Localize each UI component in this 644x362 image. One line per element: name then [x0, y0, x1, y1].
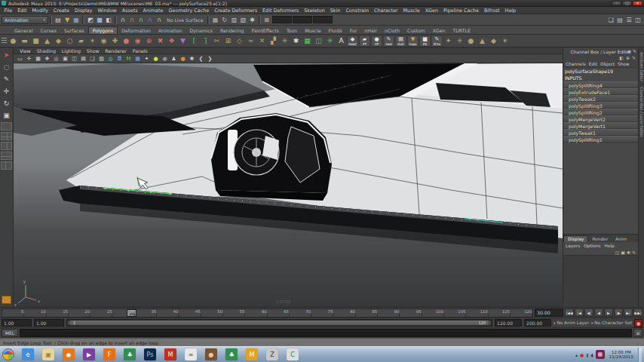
- range-handle-left[interactable]: [68, 321, 70, 325]
- script-editor-icon[interactable]: ≡: [633, 329, 642, 337]
- playback-button[interactable]: |◀◀: [565, 308, 574, 317]
- shelf-button[interactable]: ▼: [177, 35, 189, 47]
- shelf-tab[interactable]: nCloth: [381, 27, 403, 34]
- tab-render[interactable]: Render: [588, 236, 612, 242]
- shelf-button[interactable]: ✂: [211, 35, 222, 47]
- history-node-row[interactable]: polySplitRing3: [563, 102, 638, 109]
- tab-anim[interactable]: Anim: [612, 236, 630, 242]
- shelf-tab[interactable]: Surfaces: [60, 27, 88, 34]
- panel-menu-item[interactable]: Shading: [34, 48, 59, 54]
- taskbar-app-icon[interactable]: ●: [205, 348, 217, 360]
- shelf-button[interactable]: ● CP: [371, 35, 382, 47]
- render-icon[interactable]: ▥: [230, 15, 239, 24]
- panel-toolbar-icon[interactable]: ❯: [206, 54, 214, 63]
- toolbox-orange-button[interactable]: [2, 296, 11, 304]
- time-slider[interactable]: 30 5101520253035404550556065707580859095…: [2, 308, 533, 318]
- menu-item[interactable]: File: [2, 8, 15, 14]
- taskbar-app-icon[interactable]: C: [287, 348, 299, 360]
- snap-icon[interactable]: ∩: [118, 15, 127, 24]
- minimize-button[interactable]: ‒: [612, 1, 621, 6]
- menu-item[interactable]: Create: [51, 8, 72, 14]
- shelf-button[interactable]: ≈: [245, 35, 256, 47]
- channel-speed-icon[interactable]: ⊕: [626, 55, 630, 61]
- menu-item[interactable]: Create Deformers: [212, 8, 260, 14]
- render-icon[interactable]: ✱: [248, 15, 257, 24]
- panel-toolbar-icon[interactable]: ❖: [43, 54, 51, 63]
- menu-item[interactable]: Animate: [140, 8, 166, 14]
- playback-button[interactable]: ◀: [594, 308, 603, 317]
- menu-item[interactable]: Modify: [29, 8, 51, 14]
- shelf-tab[interactable]: Curves: [36, 27, 60, 34]
- shelf-button[interactable]: ○: [64, 35, 75, 47]
- history-node-row[interactable]: polySplitRing1: [563, 136, 638, 143]
- shelf-button[interactable]: ◉: [98, 35, 109, 47]
- layer-editor-menu-item[interactable]: Help: [604, 244, 615, 248]
- shelf-button[interactable]: ◫: [313, 35, 324, 47]
- menu-item[interactable]: Edit Deformers: [260, 8, 302, 14]
- history-node-row[interactable]: polySplitRing2: [563, 109, 638, 115]
- taskbar-app-icon[interactable]: F: [103, 348, 115, 360]
- menu-item[interactable]: Constrain: [343, 8, 372, 14]
- shelf-button[interactable]: ✦: [443, 35, 454, 47]
- shelf-button[interactable]: ✶: [87, 35, 98, 47]
- shelf-button[interactable]: ▤ Outl: [395, 35, 406, 47]
- shelf-button[interactable]: ◉: [132, 35, 143, 47]
- taskbar-app-icon[interactable]: ◉: [63, 348, 75, 360]
- layout-four-pane-button[interactable]: [1, 132, 12, 140]
- shelf-tab[interactable]: Custom: [403, 27, 429, 34]
- shelf-button[interactable]: ⊞: [222, 35, 234, 47]
- panel-toolbar-icon[interactable]: ❏: [88, 54, 97, 63]
- history-node-row[interactable]: polyMergeVert2: [563, 115, 638, 122]
- menu-set-dropdown[interactable]: Animation▾: [2, 16, 48, 24]
- taskbar-app-icon[interactable]: ▶: [83, 348, 95, 360]
- anim-layer-dropdown[interactable]: ▾No Anim Layer: [554, 321, 589, 325]
- menu-item[interactable]: Bifrost: [481, 8, 502, 14]
- shelf-tab[interactable]: nHair: [360, 27, 381, 34]
- close-button[interactable]: ✕: [633, 1, 642, 6]
- shelf-button[interactable]: ◇: [234, 35, 245, 47]
- shelf-button[interactable]: ❖: [166, 35, 177, 47]
- layer-tool-icon[interactable]: ◫: [615, 250, 620, 255]
- shelf-button[interactable]: ▰ FT: [359, 35, 370, 47]
- playback-button[interactable]: ▶: [604, 308, 613, 317]
- panel-menu-item[interactable]: Show: [84, 48, 103, 54]
- shelf-button[interactable]: ✳: [324, 35, 336, 47]
- snap-icon[interactable]: ∩: [136, 15, 146, 24]
- tool-button[interactable]: ➤: [1, 49, 12, 60]
- shelf-tab[interactable]: Polygons: [88, 26, 118, 34]
- channel-box-menu-item[interactable]: Edit: [588, 62, 598, 66]
- shelf-button[interactable]: ✚: [109, 35, 121, 47]
- panel-toolbar-icon[interactable]: ❮: [197, 54, 205, 63]
- shelf-tab[interactable]: Toon: [283, 27, 301, 34]
- shelf-button[interactable]: ▲: [477, 35, 488, 47]
- panel-toolbar-icon[interactable]: ●: [152, 54, 160, 63]
- history-node-row[interactable]: polyTweak2: [563, 95, 638, 102]
- sidebar-toggle-icon[interactable]: ☰: [624, 15, 633, 24]
- tool-button[interactable]: ◌: [1, 61, 12, 72]
- panel-toolbar-icon[interactable]: ●: [179, 54, 187, 63]
- range-slider[interactable]: 1 120: [66, 319, 492, 327]
- sidebar-toggle-icon[interactable]: ❏: [606, 15, 615, 24]
- panel-toolbar-icon[interactable]: ▣: [61, 54, 69, 63]
- shelf-button[interactable]: ◆: [488, 35, 499, 47]
- taskbar-app-icon[interactable]: Z: [266, 348, 278, 360]
- input-mode-icon[interactable]: ⊞: [262, 15, 271, 24]
- shelf-tab[interactable]: Rendering: [216, 27, 248, 34]
- menu-item[interactable]: Assets: [119, 8, 140, 14]
- shelf-button[interactable]: ●: [121, 35, 132, 47]
- shelf-tab[interactable]: Fur: [346, 27, 361, 34]
- shelf-button[interactable]: ◆: [53, 35, 64, 47]
- panel-toolbar-icon[interactable]: ▤: [79, 54, 87, 63]
- panel-menu-item[interactable]: Panels: [130, 48, 151, 54]
- tool-button[interactable]: ✎: [1, 73, 12, 84]
- shelf-button[interactable]: ✖: [155, 35, 166, 47]
- current-time-field[interactable]: [535, 308, 563, 317]
- channel-box-menu-item[interactable]: Object: [600, 62, 615, 66]
- playback-button[interactable]: |◀: [575, 308, 584, 317]
- channel-box-menu-item[interactable]: Show: [617, 62, 630, 66]
- menu-item[interactable]: Character: [372, 8, 401, 14]
- panel-toolbar-icon[interactable]: ◍: [106, 54, 115, 63]
- menu-item[interactable]: Skin: [327, 8, 343, 14]
- panel-menu-item[interactable]: Lighting: [59, 48, 84, 54]
- taskbar-app-icon[interactable]: ≡: [185, 348, 197, 360]
